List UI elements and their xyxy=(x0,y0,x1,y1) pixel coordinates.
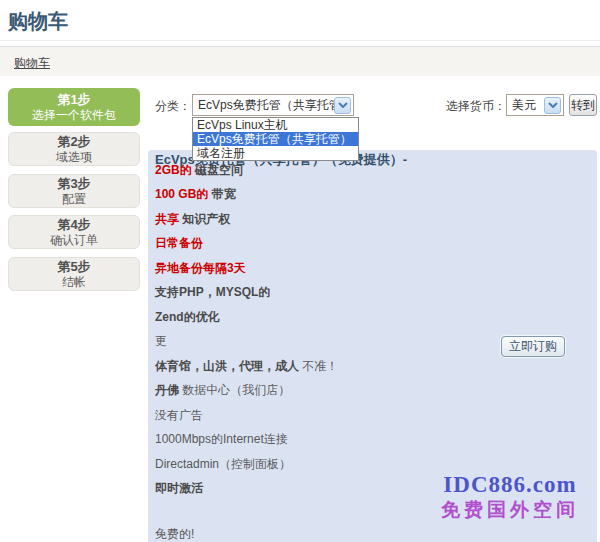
step-2[interactable]: 第2步域选项 xyxy=(8,132,140,166)
category-option[interactable]: 域名注册 xyxy=(193,146,358,160)
feature-text: 2GB的 xyxy=(155,162,192,179)
feature-text: 不准！ xyxy=(299,358,338,375)
go-button[interactable]: 转到 xyxy=(569,94,597,116)
page-title: 购物车 xyxy=(8,8,68,35)
currency-label: 选择货币： xyxy=(446,98,506,115)
feature-line: 丹佛 数据中心（我们店） xyxy=(155,379,593,404)
feature-text: 即时激活 xyxy=(155,480,203,497)
feature-text: 体育馆，山洪，代理，成人 xyxy=(155,358,299,375)
step-subtitle: 选择一个软件包 xyxy=(32,108,116,123)
step-title: 第5步 xyxy=(57,259,90,275)
feature-text: 日常备份 xyxy=(155,235,203,252)
feature-text: 共享 xyxy=(155,211,179,228)
feature-text: 更 xyxy=(155,333,167,350)
currency-selected-value: 美元 xyxy=(507,97,544,114)
watermark-domain: IDC886.com xyxy=(420,472,600,498)
feature-line: 共享 知识产权 xyxy=(155,207,593,232)
step-subtitle: 域选项 xyxy=(56,150,92,165)
feature-text: 知识产权 xyxy=(179,211,230,228)
step-3[interactable]: 第3步配置 xyxy=(8,174,140,208)
feature-list: 2GB的 磁盘空间100 GB的 带宽共享 知识产权日常备份异地备份每隔3天支持… xyxy=(155,158,593,501)
category-selected-value: EcVps免费托管（共享托管） xyxy=(193,97,334,114)
breadcrumb-bar: 购物车 xyxy=(0,46,600,76)
feature-text: 丹佛 xyxy=(155,382,179,399)
step-5[interactable]: 第5步结帐 xyxy=(8,257,140,291)
feature-line: 支持PHP，MYSQL的 xyxy=(155,281,593,306)
category-select[interactable]: EcVps免费托管（共享托管） xyxy=(192,94,354,116)
chevron-down-icon[interactable] xyxy=(334,97,351,114)
feature-text: 异地备份每隔3天 xyxy=(155,260,246,277)
step-1[interactable]: 第1步选择一个软件包 xyxy=(8,88,140,126)
feature-line: 2GB的 磁盘空间 xyxy=(155,158,593,183)
feature-text: 带宽 xyxy=(208,186,235,203)
free-note: 免费的! xyxy=(155,526,194,542)
feature-line: 1000Mbps的Internet连接 xyxy=(155,428,593,453)
feature-text: Directadmin（控制面板） xyxy=(155,456,291,473)
step-4[interactable]: 第4步确认订单 xyxy=(8,215,140,249)
feature-line: 100 GB的 带宽 xyxy=(155,183,593,208)
step-title: 第1步 xyxy=(57,92,90,108)
step-subtitle: 结帐 xyxy=(62,275,86,290)
feature-line: 体育馆，山洪，代理，成人 不准！ xyxy=(155,354,593,379)
feature-line: 日常备份 xyxy=(155,232,593,257)
feature-text: Zend的优化 xyxy=(155,309,220,326)
chevron-down-icon[interactable] xyxy=(544,97,561,114)
step-title: 第4步 xyxy=(57,217,90,233)
feature-text: 100 GB的 xyxy=(155,186,208,203)
feature-line: 没有广告 xyxy=(155,403,593,428)
feature-text: 支持PHP，MYSQL的 xyxy=(155,284,270,301)
order-now-button[interactable]: 立即订购 xyxy=(501,336,565,357)
category-dropdown-list: EcVps Linux主机EcVps免费托管（共享托管）域名注册 xyxy=(192,117,359,161)
feature-text: 磁盘空间 xyxy=(192,162,243,179)
feature-text: 没有广告 xyxy=(155,407,203,424)
feature-text: 数据中心（我们店） xyxy=(179,382,290,399)
step-title: 第2步 xyxy=(57,134,90,150)
category-option[interactable]: EcVps免费托管（共享托管） xyxy=(193,132,358,146)
currency-select[interactable]: 美元 xyxy=(506,94,564,116)
breadcrumb[interactable]: 购物车 xyxy=(14,55,50,72)
category-option[interactable]: EcVps Linux主机 xyxy=(193,118,358,132)
category-label: 分类： xyxy=(155,98,191,115)
step-subtitle: 配置 xyxy=(62,192,86,207)
shopping-cart-page: 购物车 购物车 第1步选择一个软件包第2步域选项第3步配置第4步确认订单第5步结… xyxy=(0,0,600,542)
feature-line: Zend的优化 xyxy=(155,305,593,330)
watermark: IDC886.com 免费国外空间 xyxy=(420,472,600,522)
step-subtitle: 确认订单 xyxy=(50,233,98,248)
title-divider xyxy=(0,40,600,41)
feature-text: 1000Mbps的Internet连接 xyxy=(155,431,288,448)
watermark-slogan: 免费国外空间 xyxy=(420,498,600,522)
step-title: 第3步 xyxy=(57,176,90,192)
feature-line: 异地备份每隔3天 xyxy=(155,256,593,281)
